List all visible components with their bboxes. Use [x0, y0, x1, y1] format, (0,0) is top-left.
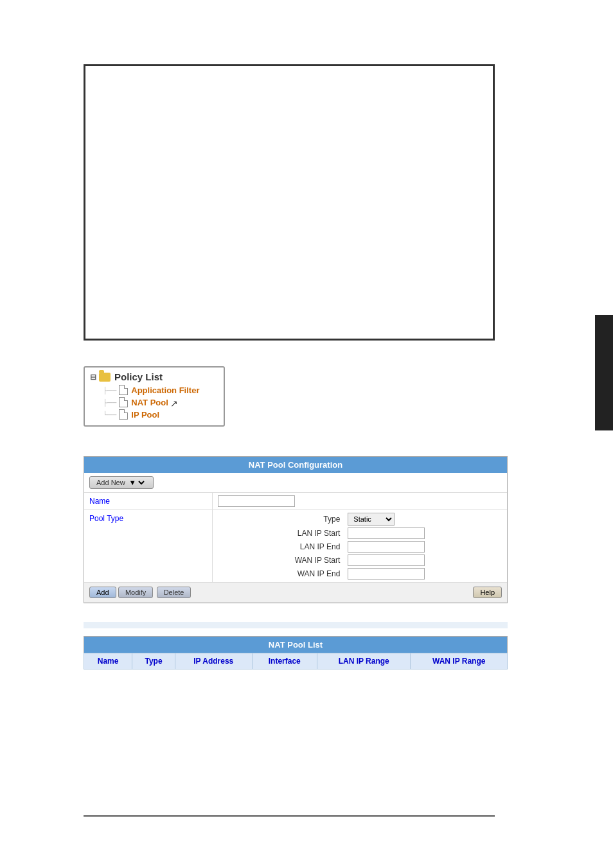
add-new-row: Add New ▼ [84, 473, 507, 493]
help-button-label: Help [480, 589, 495, 596]
col-lan-ip-range: LAN IP Range [317, 653, 410, 669]
name-label: Name [84, 493, 213, 509]
nat-config-block: NAT Pool Configuration Add New ▼ Name Po… [84, 456, 508, 603]
policy-tree: ⊟ Policy List ├── Application Filter ├──… [84, 366, 225, 427]
policy-tree-label: Policy List [114, 371, 163, 382]
help-button[interactable]: Help [473, 587, 502, 598]
col-interface-label: Interface [269, 657, 301, 666]
wan-ip-start-label: WAN IP Start [218, 556, 342, 565]
buttons-row: Add Modify Delete Help [84, 583, 507, 603]
cursor-icon: ↗ [170, 398, 178, 406]
type-select[interactable]: Static Dynamic [348, 513, 395, 526]
doc-icon-natpool [119, 397, 128, 407]
tree-line-icon: ├── [103, 387, 116, 394]
wan-ip-end-input[interactable] [348, 568, 425, 580]
modify-button[interactable]: Modify [118, 587, 153, 598]
nat-config-header-label: NAT Pool Configuration [249, 460, 342, 470]
modify-button-label: Modify [125, 589, 146, 596]
col-name-label: Name [98, 657, 119, 666]
name-input[interactable] [218, 495, 295, 507]
add-new-dropdown[interactable]: ▼ [127, 478, 147, 487]
lan-ip-start-label: LAN IP Start [218, 529, 342, 538]
pool-type-label: Pool Type [84, 510, 213, 582]
tree-item-ippool[interactable]: └── IP Pool [103, 409, 218, 420]
add-new-button[interactable]: Add New ▼ [89, 476, 154, 489]
ippool-label: IP Pool [131, 410, 159, 420]
spacer [84, 622, 508, 628]
col-wan-ip-range: WAN IP Range [411, 653, 508, 669]
name-value-cell [213, 493, 507, 509]
col-interface: Interface [252, 653, 317, 669]
tree-item-appfilter[interactable]: ├── Application Filter [103, 385, 218, 395]
col-type: Type [132, 653, 175, 669]
pool-type-grid: Type Static Dynamic LAN IP Start LAN IP … [218, 513, 502, 580]
folder-icon [99, 373, 111, 382]
pool-type-value-cell: Type Static Dynamic LAN IP Start LAN IP … [213, 510, 507, 582]
tree-item-natpool[interactable]: ├── NAT Pool ↗ [103, 397, 218, 407]
add-new-label: Add New [96, 479, 125, 486]
name-row: Name [84, 493, 507, 510]
col-type-label: Type [145, 657, 163, 666]
tree-line-icon-3: └── [103, 411, 116, 418]
policy-tree-title: ⊟ Policy List [90, 371, 218, 382]
nat-list-table: NAT Pool List Name Type IP Address Inter… [84, 636, 508, 669]
tree-collapse-icon[interactable]: ⊟ [90, 373, 96, 382]
nat-config-header: NAT Pool Configuration [84, 457, 507, 473]
appfilter-label: Application Filter [131, 385, 199, 395]
col-lan-range-label: LAN IP Range [339, 657, 389, 666]
side-bar [595, 315, 613, 430]
type-label: Type [218, 515, 342, 524]
delete-button[interactable]: Delete [157, 587, 191, 598]
col-ip-label: IP Address [193, 657, 233, 666]
doc-icon-appfilter [119, 385, 128, 395]
wan-ip-start-input[interactable] [348, 554, 425, 566]
tree-items: ├── Application Filter ├── NAT Pool ↗ └─… [90, 385, 218, 420]
natpool-label: NAT Pool [131, 398, 168, 407]
lan-ip-end-label: LAN IP End [218, 542, 342, 551]
add-button-label: Add [96, 589, 109, 596]
tree-line-icon-2: ├── [103, 399, 116, 406]
nat-list-header: NAT Pool List [84, 637, 508, 653]
add-button[interactable]: Add [89, 587, 116, 598]
top-content-box [84, 64, 495, 341]
nat-list-header-label: NAT Pool List [269, 640, 323, 650]
col-name: Name [84, 653, 132, 669]
col-ip-address: IP Address [175, 653, 252, 669]
bottom-rule [84, 815, 495, 817]
nat-list-section: NAT Pool List Name Type IP Address Inter… [84, 636, 508, 669]
wan-ip-end-label: WAN IP End [218, 569, 342, 578]
pool-type-row: Pool Type Type Static Dynamic LAN IP Sta… [84, 510, 507, 583]
type-select-cell: Static Dynamic [348, 513, 502, 526]
col-wan-range-label: WAN IP Range [432, 657, 485, 666]
doc-icon-ippool [119, 409, 128, 420]
delete-button-label: Delete [164, 589, 184, 596]
lan-ip-end-input[interactable] [348, 541, 425, 553]
nat-config-section: NAT Pool Configuration Add New ▼ Name Po… [84, 456, 508, 608]
lan-ip-start-input[interactable] [348, 527, 425, 539]
